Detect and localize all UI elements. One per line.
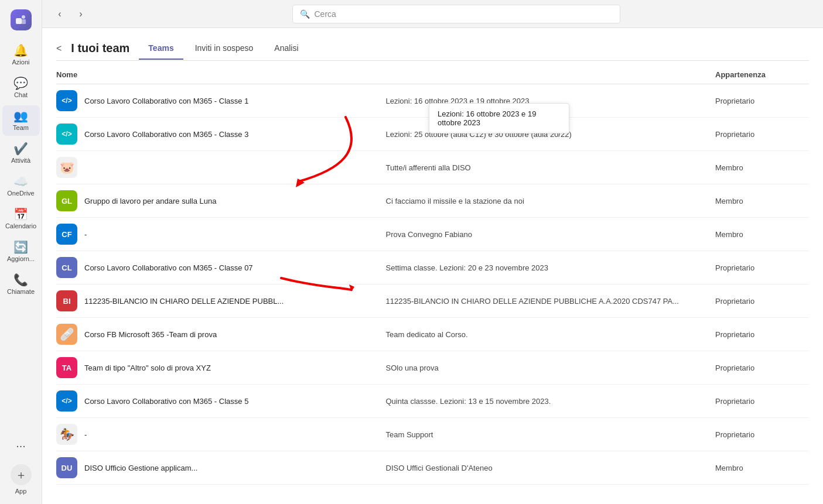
sidebar-label-chiamate: Chiamate	[7, 288, 35, 295]
tooltip: Lezioni: 16 ottobre 2023 e 19 ottobre 20…	[429, 103, 569, 133]
sidebar-label-aggiorna: Aggiorn...	[7, 255, 35, 262]
team-name: 112235-BILANCIO IN CHIARO DELLE AZIENDE …	[84, 297, 284, 306]
team-membership: Membro	[715, 464, 809, 472]
search-icon: 🔍	[300, 9, 310, 19]
team-desc: Tutte/i afferenti alla DISO	[386, 163, 716, 172]
team-name-cell: </> Corso Lavoro Collaborativo con M365 …	[56, 90, 386, 111]
team-name-cell: </> Corso Lavoro Collaborativo con M365 …	[56, 390, 386, 412]
table-row[interactable]: 🩹 Corso FB Microsoft 365 -Team di prova …	[56, 318, 809, 351]
table-row[interactable]: GL Gruppo di lavoro per andare sulla Lun…	[56, 184, 809, 218]
team-avatar: </>	[56, 124, 77, 145]
page-title: I tuoi team	[71, 42, 129, 55]
team-name-cell: TA Team di tipo "Altro" solo di prova XY…	[56, 357, 386, 378]
team-name-cell: </> Corso Lavoro Collaborativo con M365 …	[56, 124, 386, 145]
team-avatar: 🐷	[56, 157, 77, 178]
table-row[interactable]: TA Team di tipo "Altro" solo di prova XY…	[56, 351, 809, 385]
svg-rect-0	[16, 18, 22, 24]
table-row[interactable]: 🐷 Tutte/i afferenti alla DISO Membro	[56, 151, 809, 184]
sidebar-item-attivita[interactable]: ✔️ Attività	[2, 138, 40, 169]
tooltip-text: Lezioni: 16 ottobre 2023 e 19 ottobre 20…	[438, 109, 536, 127]
table-row[interactable]: CF - Prova Convegno Fabiano Membro	[56, 218, 809, 251]
team-avatar: </>	[56, 390, 77, 412]
team-avatar: BI	[56, 290, 77, 311]
team-name-cell: 🐷	[56, 157, 386, 178]
team-desc: SOlo una prova	[386, 364, 716, 372]
back-button[interactable]: ‹	[52, 6, 68, 22]
sidebar-item-chiamate[interactable]: 📞 Chiamate	[2, 269, 40, 300]
tab-analisi[interactable]: Analisi	[265, 37, 308, 60]
sidebar-item-app[interactable]: ＋ App	[2, 457, 40, 499]
team-membership: Proprietario	[715, 297, 809, 306]
col-name: Nome	[56, 70, 386, 79]
sidebar-label-attivita: Attività	[11, 157, 30, 164]
team-name: Gruppo di lavoro per andare sulla Luna	[84, 197, 216, 205]
table-row[interactable]: CL Corso Lavoro Collaborativo con M365 -…	[56, 251, 809, 284]
team-name: Team di tipo "Altro" solo di prova XYZ	[84, 364, 211, 372]
team-name-cell: GL Gruppo di lavoro per andare sulla Lun…	[56, 190, 386, 211]
sidebar-label-team: Team	[13, 124, 29, 131]
search-placeholder: Cerca	[315, 9, 336, 19]
team-avatar: GL	[56, 190, 77, 211]
table-row[interactable]: 🏇 - Team Support Proprietario	[56, 418, 809, 451]
tab-teams[interactable]: Teams	[139, 37, 183, 60]
team-desc: Quinta classse. Lezioni: 13 e 15 novembr…	[386, 397, 716, 406]
calendar-icon: 📅	[13, 208, 28, 220]
svg-point-1	[22, 15, 25, 19]
team-desc: Ci facciamo il missile e la stazione da …	[386, 197, 716, 205]
sidebar-item-chat[interactable]: 💬 Chat	[2, 73, 40, 103]
team-avatar: TA	[56, 357, 77, 378]
sidebar-label-calendario: Calendario	[5, 222, 36, 229]
team-name: -	[84, 430, 87, 439]
team-icon: 👥	[13, 110, 28, 122]
sidebar-label-azioni: Azioni	[12, 59, 30, 66]
sidebar-item-more[interactable]: ...	[2, 430, 40, 455]
tabs-container: Teams Inviti in sospeso Analisi	[139, 37, 308, 59]
sidebar-label-onedrive: OneDrive	[7, 190, 34, 197]
sidebar-app-logo	[2, 5, 40, 37]
team-membership: Proprietario	[715, 97, 809, 105]
more-icon: ...	[16, 437, 26, 450]
search-bar[interactable]: 🔍 Cerca	[292, 5, 620, 23]
bell-icon: 🔔	[13, 44, 28, 56]
team-membership: Proprietario	[715, 330, 809, 339]
team-membership: Proprietario	[715, 263, 809, 272]
team-membership: Membro	[715, 163, 809, 172]
team-name: Corso Lavoro Collaborativo con M365 - Cl…	[84, 397, 248, 406]
sidebar-item-aggiorna[interactable]: 🔄 Aggiorn...	[2, 236, 40, 267]
update-icon: 🔄	[13, 241, 28, 253]
team-avatar: DU	[56, 457, 77, 478]
team-avatar: 🏇	[56, 424, 77, 445]
col-desc	[386, 70, 716, 79]
tab-inviti[interactable]: Inviti in sospeso	[186, 37, 263, 60]
team-name-cell: DU DISO Ufficio Gestione applicam...	[56, 457, 386, 478]
team-avatar: CL	[56, 257, 77, 278]
sidebar: 🔔 Azioni 💬 Chat 👥 Team ✔️ Attività ☁️ On…	[0, 0, 42, 504]
team-desc: Settima classe. Lezioni: 20 e 23 novembr…	[386, 263, 716, 272]
team-membership: Proprietario	[715, 430, 809, 439]
table-header: Nome Appartenenza	[56, 66, 809, 84]
team-avatar: CF	[56, 224, 77, 245]
header-back-arrow[interactable]: <	[56, 43, 62, 54]
sidebar-item-azioni[interactable]: 🔔 Azioni	[2, 40, 40, 70]
sidebar-item-team[interactable]: 👥 Team	[2, 105, 40, 136]
team-name: -	[84, 230, 87, 239]
add-app-icon: ＋	[11, 464, 32, 485]
table-row[interactable]: DU DISO Ufficio Gestione applicam... DIS…	[56, 451, 809, 485]
team-membership: Proprietario	[715, 364, 809, 372]
sidebar-item-onedrive[interactable]: ☁️ OneDrive	[2, 171, 40, 201]
content-area: < I tuoi team Teams Inviti in sospeso An…	[42, 28, 823, 504]
team-name-cell: 🩹 Corso FB Microsoft 365 -Team di prova	[56, 324, 386, 345]
sidebar-item-calendario[interactable]: 📅 Calendario	[2, 204, 40, 234]
col-membership: Appartenenza	[715, 70, 809, 79]
team-membership: Membro	[715, 197, 809, 205]
teams-logo-icon	[11, 9, 32, 30]
table-row[interactable]: BI 112235-BILANCIO IN CHIARO DELLE AZIEN…	[56, 284, 809, 318]
table-row[interactable]: </> Corso Lavoro Collaborativo con M365 …	[56, 385, 809, 418]
nav-arrows: ‹ ›	[52, 6, 89, 22]
team-name-cell: 🏇 -	[56, 424, 386, 445]
team-name-cell: CF -	[56, 224, 386, 245]
forward-button[interactable]: ›	[73, 6, 89, 22]
team-name: Corso Lavoro Collaborativo con M365 - Cl…	[84, 97, 248, 105]
team-membership: Proprietario	[715, 130, 809, 139]
sidebar-label-app: App	[15, 488, 27, 495]
